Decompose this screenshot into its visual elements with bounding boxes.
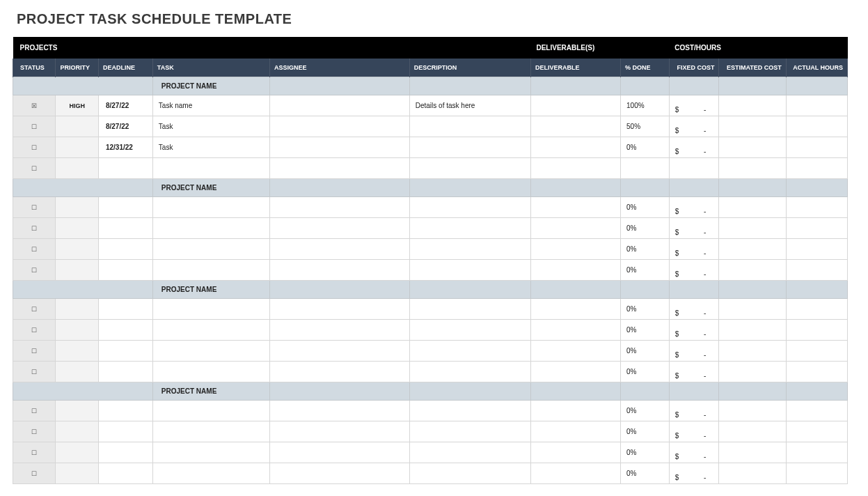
deliverable-cell[interactable] [530, 362, 620, 382]
actual-hours-cell[interactable] [786, 362, 847, 382]
deliverable-cell[interactable] [530, 197, 620, 218]
percent-done-cell[interactable]: 0% [621, 197, 670, 218]
fixed-cost-cell[interactable]: $- [669, 421, 719, 442]
fixed-cost-cell[interactable]: $- [669, 320, 719, 341]
actual-hours-cell[interactable] [786, 299, 847, 320]
project-name[interactable]: PROJECT NAME [152, 382, 269, 401]
actual-hours-cell[interactable] [786, 341, 847, 362]
deadline-cell[interactable] [98, 442, 152, 463]
actual-hours-cell[interactable] [786, 401, 847, 421]
status-checkbox[interactable]: ☐ [13, 158, 56, 179]
percent-done-cell[interactable]: 0% [621, 239, 670, 260]
deliverable-cell[interactable] [530, 116, 620, 137]
deadline-cell[interactable] [98, 320, 152, 341]
priority-cell[interactable] [56, 137, 98, 158]
task-cell[interactable] [152, 158, 269, 179]
task-cell[interactable]: Task [152, 116, 269, 137]
priority-cell[interactable] [56, 362, 98, 382]
estimated-cost-cell[interactable] [719, 401, 786, 421]
assignee-cell[interactable] [269, 260, 409, 281]
estimated-cost-cell[interactable] [719, 158, 786, 179]
task-cell[interactable] [152, 341, 269, 362]
estimated-cost-cell[interactable] [719, 239, 786, 260]
deadline-cell[interactable]: 12/31/22 [98, 137, 152, 158]
percent-done-cell[interactable]: 0% [621, 137, 670, 158]
assignee-cell[interactable] [269, 95, 409, 116]
status-checkbox[interactable]: ☐ [13, 463, 56, 484]
deliverable-cell[interactable] [530, 320, 620, 341]
deadline-cell[interactable] [98, 218, 152, 239]
percent-done-cell[interactable]: 0% [621, 362, 670, 382]
percent-done-cell[interactable]: 50% [621, 116, 670, 137]
percent-done-cell[interactable]: 0% [621, 218, 670, 239]
priority-cell[interactable] [56, 299, 98, 320]
project-name[interactable]: PROJECT NAME [152, 281, 269, 299]
project-name[interactable]: PROJECT NAME [152, 77, 269, 95]
estimated-cost-cell[interactable] [719, 442, 786, 463]
status-checkbox[interactable]: ☐ [13, 197, 56, 218]
task-cell[interactable] [152, 239, 269, 260]
status-checkbox[interactable]: ☒ [13, 95, 56, 116]
description-cell[interactable] [409, 137, 530, 158]
assignee-cell[interactable] [269, 421, 409, 442]
deliverable-cell[interactable] [530, 463, 620, 484]
description-cell[interactable] [409, 341, 530, 362]
task-cell[interactable] [152, 218, 269, 239]
priority-cell[interactable] [56, 158, 98, 179]
status-checkbox[interactable]: ☐ [13, 401, 56, 421]
deliverable-cell[interactable] [530, 442, 620, 463]
deadline-cell[interactable]: 8/27/22 [98, 116, 152, 137]
priority-cell[interactable] [56, 197, 98, 218]
actual-hours-cell[interactable] [786, 320, 847, 341]
deliverable-cell[interactable] [530, 299, 620, 320]
actual-hours-cell[interactable] [786, 137, 847, 158]
fixed-cost-cell[interactable]: $- [669, 401, 719, 421]
percent-done-cell[interactable]: 0% [621, 401, 670, 421]
assignee-cell[interactable] [269, 197, 409, 218]
priority-cell[interactable] [56, 341, 98, 362]
status-checkbox[interactable]: ☐ [13, 299, 56, 320]
deadline-cell[interactable] [98, 239, 152, 260]
status-checkbox[interactable]: ☐ [13, 239, 56, 260]
status-checkbox[interactable]: ☐ [13, 137, 56, 158]
status-checkbox[interactable]: ☐ [13, 320, 56, 341]
status-checkbox[interactable]: ☐ [13, 421, 56, 442]
description-cell[interactable] [409, 239, 530, 260]
description-cell[interactable] [409, 362, 530, 382]
percent-done-cell[interactable] [621, 158, 670, 179]
deadline-cell[interactable]: 8/27/22 [98, 95, 152, 116]
status-checkbox[interactable]: ☐ [13, 362, 56, 382]
priority-cell[interactable] [56, 421, 98, 442]
fixed-cost-cell[interactable]: $- [669, 137, 719, 158]
estimated-cost-cell[interactable] [719, 197, 786, 218]
task-cell[interactable]: Task name [152, 95, 269, 116]
fixed-cost-cell[interactable]: $- [669, 463, 719, 484]
percent-done-cell[interactable]: 100% [621, 95, 670, 116]
status-checkbox[interactable]: ☐ [13, 260, 56, 281]
task-cell[interactable] [152, 463, 269, 484]
deadline-cell[interactable] [98, 158, 152, 179]
fixed-cost-cell[interactable]: $- [669, 218, 719, 239]
task-cell[interactable] [152, 442, 269, 463]
description-cell[interactable] [409, 116, 530, 137]
task-cell[interactable] [152, 260, 269, 281]
percent-done-cell[interactable]: 0% [621, 442, 670, 463]
task-cell[interactable] [152, 299, 269, 320]
estimated-cost-cell[interactable] [719, 421, 786, 442]
deadline-cell[interactable] [98, 362, 152, 382]
task-cell[interactable] [152, 362, 269, 382]
fixed-cost-cell[interactable]: $- [669, 95, 719, 116]
fixed-cost-cell[interactable]: $- [669, 299, 719, 320]
assignee-cell[interactable] [269, 442, 409, 463]
deadline-cell[interactable] [98, 341, 152, 362]
task-cell[interactable] [152, 197, 269, 218]
description-cell[interactable] [409, 260, 530, 281]
description-cell[interactable] [409, 158, 530, 179]
task-cell[interactable] [152, 421, 269, 442]
percent-done-cell[interactable]: 0% [621, 341, 670, 362]
assignee-cell[interactable] [269, 299, 409, 320]
estimated-cost-cell[interactable] [719, 137, 786, 158]
priority-cell[interactable] [56, 260, 98, 281]
actual-hours-cell[interactable] [786, 463, 847, 484]
actual-hours-cell[interactable] [786, 158, 847, 179]
